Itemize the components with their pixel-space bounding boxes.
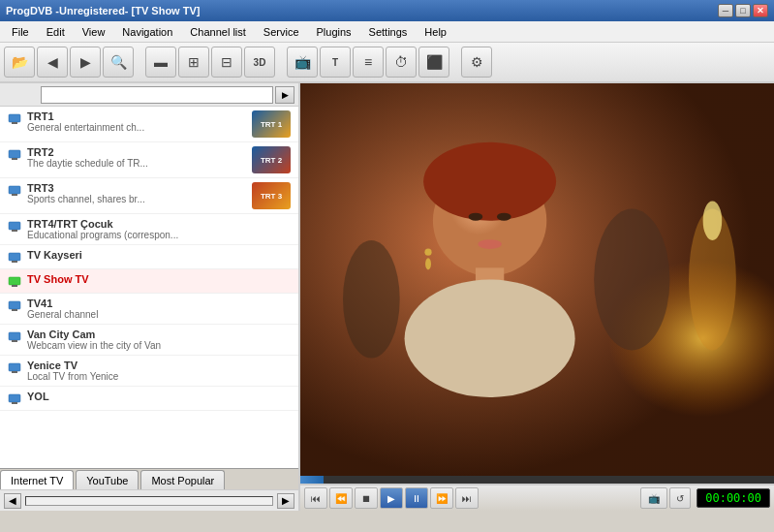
channel-info-trt2: TRT2 The daytie schedule of TR... xyxy=(27,146,248,169)
menu-service[interactable]: Service xyxy=(256,24,307,40)
menu-channel-list[interactable]: Channel list xyxy=(182,24,253,40)
toolbar-epg-btn[interactable]: ≡ xyxy=(353,47,384,78)
svg-rect-12 xyxy=(9,301,20,309)
channel-name-tv41: TV41 xyxy=(27,297,291,309)
channel-tabs: Internet TV YouTube Most Popular xyxy=(0,468,298,489)
channel-scrollbar-track[interactable] xyxy=(25,496,273,506)
channel-tv-icon xyxy=(8,112,21,126)
menu-settings[interactable]: Settings xyxy=(361,24,416,40)
channel-search-bar: ▶ xyxy=(0,83,298,107)
main-content: ▶ TRT1 General entertainment ch... TRT 1 xyxy=(0,83,774,511)
channel-logo-trt3: TRT 3 xyxy=(252,182,291,209)
menu-edit[interactable]: Edit xyxy=(39,24,73,40)
channel-panel: ▶ TRT1 General entertainment ch... TRT 1 xyxy=(0,83,300,511)
menu-view[interactable]: View xyxy=(75,24,113,40)
channel-desc-trt2: The daytie schedule of TR... xyxy=(27,158,248,169)
channel-list[interactable]: TRT1 General entertainment ch... TRT 1 T… xyxy=(0,107,298,468)
title-bar: ProgDVB -Unregistered- [TV Show TV] ─ □ … xyxy=(0,0,774,21)
toolbar-tv-btn[interactable]: 📺 xyxy=(287,47,318,78)
svg-rect-5 xyxy=(12,194,17,196)
channel-tv-icon xyxy=(8,361,21,375)
transport-stop-btn[interactable]: ⏹ xyxy=(355,487,378,509)
refresh-btn[interactable]: ↺ xyxy=(669,487,691,509)
channel-info-yol: YOL xyxy=(27,391,291,402)
svg-point-35 xyxy=(425,258,431,269)
video-area[interactable] xyxy=(300,83,774,476)
channel-search-input[interactable] xyxy=(41,86,273,104)
tv-mode-btn[interactable]: 📺 xyxy=(640,487,667,509)
menu-navigation[interactable]: Navigation xyxy=(114,24,180,40)
toolbar-fwd-btn[interactable]: ▶ xyxy=(70,47,101,78)
channel-info-tvshowtv: TV Show TV xyxy=(27,273,291,285)
video-panel: ⏮ ⏪ ⏹ ▶ ⏸ ⏩ ⏭ 📺 ↺ 00:00:00 xyxy=(300,83,774,511)
svg-point-29 xyxy=(478,239,501,249)
toolbar-view1-btn[interactable]: ▬ xyxy=(145,47,176,78)
transport-pause-btn[interactable]: ⏸ xyxy=(405,487,428,509)
menu-help[interactable]: Help xyxy=(417,24,454,40)
video-progress-bar[interactable] xyxy=(300,476,774,484)
toolbar-back-btn[interactable]: ◀ xyxy=(37,47,68,78)
menu-plugins[interactable]: Plugins xyxy=(309,24,359,40)
channel-info-tv41: TV41 General channel xyxy=(27,297,291,320)
toolbar-view3-btn[interactable]: ⊟ xyxy=(211,47,242,78)
svg-rect-14 xyxy=(9,332,20,340)
transport-play-btn[interactable]: ▶ xyxy=(380,487,403,509)
channel-item-vancitycam[interactable]: Van City Cam Webcam view in the city of … xyxy=(0,325,298,356)
channel-tv-icon xyxy=(8,275,21,289)
transport-controls-bar: ⏮ ⏪ ⏹ ▶ ⏸ ⏩ ⏭ 📺 ↺ 00:00:00 xyxy=(300,484,774,511)
channel-info-trt4: TRT4/TRT Çocuk Educational programs (cor… xyxy=(27,218,291,240)
channel-item-tvshowtv[interactable]: TV Show TV xyxy=(0,269,298,294)
toolbar-time-btn[interactable]: ⏱ xyxy=(386,47,417,78)
channel-name-tvkayseri: TV Kayseri xyxy=(27,249,291,261)
transport-rew-btn[interactable]: ⏪ xyxy=(329,487,353,509)
svg-rect-19 xyxy=(12,402,17,404)
channel-item-trt4[interactable]: TRT4/TRT Çocuk Educational programs (cor… xyxy=(0,214,298,245)
toolbar-text-btn[interactable]: T xyxy=(320,47,351,78)
svg-rect-16 xyxy=(9,363,20,371)
minimize-button[interactable]: ─ xyxy=(718,4,733,17)
channel-name-trt2: TRT2 xyxy=(27,146,248,158)
svg-point-26 xyxy=(405,280,575,398)
toolbar-view2-btn[interactable]: ⊞ xyxy=(178,47,209,78)
video-progress-fill xyxy=(300,476,324,484)
transport-prev-btn[interactable]: ⏮ xyxy=(304,487,327,509)
channel-item-yenicetv[interactable]: Yenice TV Local TV from Yenice xyxy=(0,356,298,387)
channel-item-tv41[interactable]: TV41 General channel xyxy=(0,294,298,325)
scroll-left-btn[interactable]: ◀ xyxy=(4,493,21,509)
channel-item-trt3[interactable]: TRT3 Sports channel, shares br... TRT 3 xyxy=(0,178,298,214)
channel-item-yol[interactable]: YOL xyxy=(0,387,298,411)
menu-bar: File Edit View Navigation Channel list S… xyxy=(0,21,774,43)
channel-info-vancitycam: Van City Cam Webcam view in the city of … xyxy=(27,329,291,351)
channel-item-tvkayseri[interactable]: TV Kayseri xyxy=(0,245,298,269)
toolbar-3d-btn[interactable]: 3D xyxy=(244,47,275,78)
scroll-right-btn[interactable]: ▶ xyxy=(277,493,294,509)
maximize-button[interactable]: □ xyxy=(735,4,751,17)
svg-rect-7 xyxy=(12,230,17,232)
channel-item-trt2[interactable]: TRT2 The daytie schedule of TR... TRT 2 xyxy=(0,142,298,178)
menu-file[interactable]: File xyxy=(4,24,37,40)
toolbar: 📂 ◀ ▶ 🔍 ▬ ⊞ ⊟ 3D 📺 T ≡ ⏱ ⬛ ⚙ xyxy=(0,43,774,83)
tab-internet-tv[interactable]: Internet TV xyxy=(0,470,74,489)
toolbar-settings-btn[interactable]: ⚙ xyxy=(461,47,492,78)
channel-search-go-btn[interactable]: ▶ xyxy=(275,86,294,104)
channel-desc-yenicetv: Local TV from Yenice xyxy=(27,371,291,382)
svg-rect-8 xyxy=(9,253,20,261)
toolbar-search-btn[interactable]: 🔍 xyxy=(103,47,134,78)
channel-desc-vancitycam: Webcam view in the city of Van xyxy=(27,340,291,351)
transport-next-btn[interactable]: ⏭ xyxy=(455,487,479,509)
window-controls: ─ □ ✕ xyxy=(718,4,768,17)
toolbar-open-btn[interactable]: 📂 xyxy=(4,47,35,78)
close-button[interactable]: ✕ xyxy=(753,4,768,17)
svg-point-28 xyxy=(497,213,511,221)
channel-name-vancitycam: Van City Cam xyxy=(27,329,291,340)
tab-youtube[interactable]: YouTube xyxy=(76,470,139,489)
tab-most-popular[interactable]: Most Popular xyxy=(140,470,225,489)
svg-rect-2 xyxy=(9,150,20,158)
channel-name-trt3: TRT3 xyxy=(27,182,248,194)
svg-rect-0 xyxy=(9,114,20,122)
toolbar-rec-btn[interactable]: ⬛ xyxy=(418,47,449,78)
transport-fwd-btn[interactable]: ⏩ xyxy=(430,487,453,509)
channel-item-trt1[interactable]: TRT1 General entertainment ch... TRT 1 xyxy=(0,107,298,142)
channel-tv-icon xyxy=(8,220,21,234)
channel-info-yenicetv: Yenice TV Local TV from Yenice xyxy=(27,360,291,382)
